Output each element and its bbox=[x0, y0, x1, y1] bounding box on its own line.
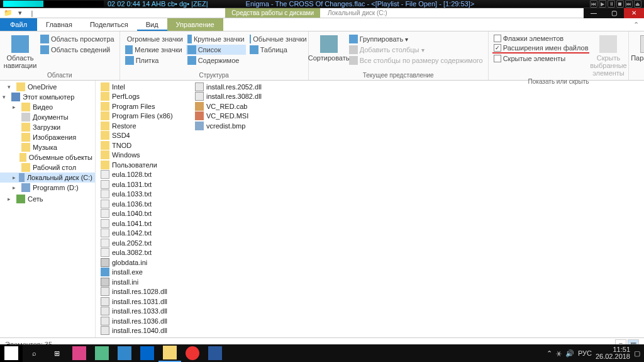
file-item[interactable]: install.ini bbox=[99, 277, 194, 287]
chevron-icon[interactable]: ▸ bbox=[13, 174, 16, 181]
close-button[interactable]: ✕ bbox=[624, 8, 644, 18]
file-item[interactable]: eula.3082.txt bbox=[99, 248, 194, 258]
file-item[interactable]: install.res.1040.dll bbox=[99, 326, 194, 336]
layout-xl-icons[interactable]: Огромные значки bbox=[124, 34, 184, 44]
file-item[interactable]: eula.1042.txt bbox=[99, 229, 194, 239]
file-item[interactable]: install.res.1036.dll bbox=[99, 316, 194, 326]
file-item[interactable]: Пользователи bbox=[99, 160, 194, 170]
chk-hidden-checkbox[interactable] bbox=[494, 55, 501, 62]
file-item[interactable]: eula.1041.txt bbox=[99, 218, 194, 229]
tree-item[interactable]: Загрузки bbox=[0, 122, 95, 132]
group-button[interactable]: Группировать ▾ bbox=[348, 34, 484, 44]
taskbar-app-4[interactable] bbox=[136, 344, 158, 362]
next-icon[interactable]: ⏭ bbox=[625, 0, 633, 8]
pause-icon[interactable]: ⏸ bbox=[608, 0, 615, 8]
taskbar-explorer[interactable] bbox=[158, 344, 181, 362]
tree-item[interactable]: Объемные объекты bbox=[0, 152, 95, 162]
taskbar-search[interactable]: ⌕ bbox=[23, 344, 45, 362]
file-item[interactable]: install.res.2052.dll bbox=[194, 82, 288, 92]
tree-item[interactable]: ▸Видео bbox=[0, 102, 95, 112]
tree-item[interactable]: Документы bbox=[0, 112, 95, 122]
contextual-tab[interactable]: Средства работы с дисками bbox=[225, 8, 320, 18]
nav-pane-button[interactable]: Область навигации bbox=[4, 34, 36, 71]
file-item[interactable]: Windows bbox=[99, 150, 194, 161]
file-item[interactable]: eula.1031.txt bbox=[99, 179, 194, 189]
file-item[interactable]: Intel bbox=[99, 82, 194, 92]
file-item[interactable]: eula.1036.txt bbox=[99, 199, 194, 209]
layout-table[interactable]: Таблица bbox=[248, 45, 308, 55]
tree-item[interactable]: ▸Сеть bbox=[0, 194, 95, 204]
file-item[interactable]: globdata.ini bbox=[99, 257, 194, 268]
tree-item[interactable]: Изображения bbox=[0, 132, 95, 142]
preview-pane-button[interactable]: Область просмотра bbox=[39, 34, 116, 44]
file-item[interactable]: Restore bbox=[99, 121, 194, 131]
tree-item[interactable]: Рабочий стол bbox=[0, 162, 95, 173]
options-button[interactable]: Параметры bbox=[633, 34, 644, 77]
folder-icon[interactable]: 📁 bbox=[4, 9, 13, 18]
tree-item[interactable]: ▸Локальный диск (C:) bbox=[0, 173, 95, 183]
tray-network-icon[interactable]: ⚹ bbox=[556, 349, 562, 358]
layout-tiles[interactable]: Плитка bbox=[124, 55, 184, 65]
taskbar-app-1[interactable] bbox=[68, 344, 91, 362]
maximize-button[interactable]: ▢ bbox=[604, 8, 624, 18]
file-item[interactable]: eula.1028.txt bbox=[99, 170, 194, 180]
checkbox-extensions[interactable]: ✓Расширения имен файлов bbox=[492, 43, 590, 54]
taskbar-app-2[interactable] bbox=[91, 344, 113, 362]
nav-tree[interactable]: ▾OneDrive▾Этот компьютер▸ВидеоДокументыЗ… bbox=[0, 81, 96, 337]
chevron-icon[interactable]: ▸ bbox=[8, 196, 14, 202]
file-list[interactable]: IntelPerfLogsProgram FilesProgram Files … bbox=[96, 81, 644, 337]
stop-icon[interactable]: ⏹ bbox=[616, 0, 624, 8]
tab-file[interactable]: Файл bbox=[0, 18, 37, 31]
chevron-icon[interactable]: ▸ bbox=[13, 104, 19, 110]
file-item[interactable]: install.exe bbox=[99, 268, 194, 278]
layout-l-icons[interactable]: Крупные значки bbox=[186, 34, 246, 44]
tree-item[interactable]: ▸Programm (D:) bbox=[0, 183, 95, 193]
chk-boxes-checkbox[interactable] bbox=[494, 35, 501, 42]
file-item[interactable]: VC_RED.MSI bbox=[194, 111, 288, 122]
file-item[interactable]: eula.1033.txt bbox=[99, 189, 194, 200]
file-item[interactable]: SSD4 bbox=[99, 131, 194, 141]
layout-content[interactable]: Содержимое bbox=[186, 55, 246, 65]
minimize-button[interactable]: — bbox=[584, 8, 604, 18]
tray-lang[interactable]: РУС bbox=[578, 349, 592, 357]
file-item[interactable]: install.res.1031.dll bbox=[99, 297, 194, 307]
layout-s-icons[interactable]: Мелкие значки bbox=[124, 45, 184, 55]
taskbar-word[interactable] bbox=[204, 344, 226, 362]
taskbar-taskview[interactable]: ⊞ bbox=[45, 344, 68, 362]
prev-icon[interactable]: ⏮ bbox=[590, 0, 597, 8]
layout-m-icons[interactable]: Обычные значки bbox=[248, 34, 308, 44]
checkbox-items[interactable]: Флажки элементов bbox=[492, 34, 590, 43]
taskbar-opera[interactable] bbox=[181, 344, 204, 362]
tray-volume-icon[interactable]: 🔊 bbox=[565, 349, 574, 358]
file-item[interactable]: install.res.1033.dll bbox=[99, 307, 194, 317]
start-button[interactable] bbox=[0, 344, 23, 362]
tab-home[interactable]: Главная bbox=[37, 18, 81, 31]
chevron-icon[interactable]: ▸ bbox=[13, 184, 19, 191]
file-item[interactable]: Program Files (x86) bbox=[99, 111, 194, 122]
tray-clock[interactable]: 11:51 26.02.2018 bbox=[596, 346, 630, 360]
file-item[interactable]: Program Files bbox=[99, 101, 194, 111]
file-item[interactable]: vcredist.bmp bbox=[194, 121, 288, 131]
sort-button[interactable]: Сортировать bbox=[313, 34, 345, 71]
tab-view[interactable]: Вид bbox=[137, 18, 167, 31]
play-icon[interactable]: ▶ bbox=[599, 0, 606, 8]
tree-item[interactable]: ▾Этот компьютер bbox=[0, 92, 95, 102]
tab-share[interactable]: Поделиться bbox=[81, 18, 137, 31]
file-item[interactable]: VC_RED.cab bbox=[194, 101, 288, 111]
file-item[interactable]: install.res.3082.dll bbox=[194, 92, 288, 102]
tray-chevron-icon[interactable]: ⌃ bbox=[547, 349, 552, 358]
open-icon[interactable]: ⏏ bbox=[634, 0, 641, 8]
chevron-icon[interactable]: ▾ bbox=[8, 84, 14, 90]
details-pane-button[interactable]: Область сведений bbox=[39, 45, 116, 55]
taskbar-app-3[interactable] bbox=[113, 344, 136, 362]
layout-list[interactable]: Список bbox=[186, 45, 246, 55]
file-item[interactable]: PerfLogs bbox=[99, 92, 194, 102]
ribbon-collapse-icon[interactable]: ⌃ bbox=[628, 18, 644, 31]
tree-item[interactable]: ▾OneDrive bbox=[0, 82, 95, 92]
tab-manage[interactable]: Управление bbox=[167, 18, 223, 31]
tree-item[interactable]: Музыка bbox=[0, 142, 95, 152]
chk-ext-checkbox[interactable]: ✓ bbox=[494, 44, 501, 52]
file-item[interactable]: install.res.1028.dll bbox=[99, 287, 194, 297]
file-item[interactable]: eula.1040.txt bbox=[99, 209, 194, 219]
file-item[interactable]: TNOD bbox=[99, 140, 194, 150]
